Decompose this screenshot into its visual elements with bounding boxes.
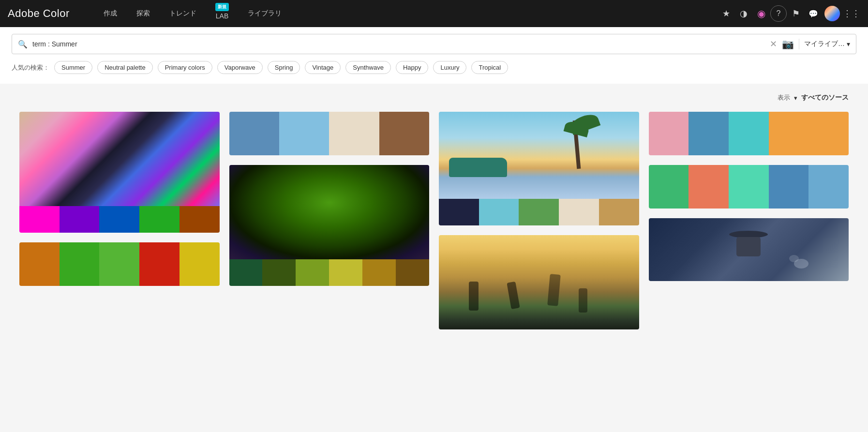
app-header: Adobe Color 作成 探索 トレンド 新規 LAB ライブラリ ★ ◑ …	[0, 0, 868, 27]
grid-item-3[interactable]	[229, 112, 430, 155]
nav-item-explore[interactable]: 探索	[127, 0, 160, 27]
palette-swatches-8	[649, 165, 849, 209]
chat-icon[interactable]: 💬	[805, 5, 822, 22]
view-label: 表示	[778, 93, 790, 102]
swatch-5-1	[439, 199, 479, 225]
nav-lab-badge: 新規	[215, 3, 229, 11]
tag-synthwave[interactable]: Synthwave	[345, 61, 391, 74]
grid-item-6[interactable]	[439, 235, 639, 329]
swatch-4-6	[396, 259, 429, 286]
swatch-2-3	[99, 242, 139, 286]
palette-swatches-1	[19, 206, 220, 233]
nav-item-lab[interactable]: 新規 LAB	[206, 0, 238, 27]
search-divider	[799, 39, 799, 49]
swatch-1-3	[99, 206, 139, 233]
nav-item-trend[interactable]: トレンド	[160, 0, 206, 27]
tag-vintage[interactable]: Vintage	[305, 61, 341, 74]
palette-swatches-7	[649, 112, 849, 155]
color-wheel-icon[interactable]: ◉	[753, 5, 769, 22]
filter-chevron: ▾	[847, 40, 850, 48]
filter-label: マイライブ…	[804, 40, 845, 48]
nav-item-create[interactable]: 作成	[94, 0, 127, 27]
swatch-7-3	[729, 112, 769, 155]
search-filter[interactable]: マイライブ… ▾	[804, 40, 850, 48]
swatch-2-4	[139, 242, 180, 286]
swatch-4-4	[329, 259, 362, 286]
app-logo: Adobe Color	[8, 7, 70, 20]
swatch-8-3	[729, 165, 769, 209]
beach-image	[439, 112, 639, 199]
swatch-1-1	[19, 206, 60, 233]
swatch-5-5	[599, 199, 639, 225]
swatch-4-1	[229, 259, 263, 286]
tag-tropical[interactable]: Tropical	[471, 61, 508, 74]
search-camera-icon[interactable]: 📷	[782, 38, 794, 50]
nav-item-library[interactable]: ライブラリ	[238, 0, 291, 27]
palette-swatches-4	[229, 259, 430, 286]
tag-summer[interactable]: Summer	[54, 61, 92, 74]
swatch-4-3	[296, 259, 329, 286]
swatch-1-2	[60, 206, 100, 233]
grid-item-5[interactable]	[439, 112, 639, 225]
frog-image	[229, 165, 430, 259]
grid-column-2	[229, 112, 430, 329]
main-content: 表示 ▾ すべてのソース	[0, 84, 868, 374]
popular-section: 人気の検索： Summer Neutral palette Primary co…	[0, 54, 868, 84]
grid-item-1[interactable]	[19, 112, 220, 233]
search-bar: 🔍 ✕ 📷 マイライブ… ▾	[12, 34, 856, 54]
content-header: 表示 ▾ すべてのソース	[19, 93, 849, 102]
swatch-7-4	[769, 112, 809, 155]
swatch-8-2	[688, 165, 729, 209]
tag-happy[interactable]: Happy	[396, 61, 429, 74]
alert-icon[interactable]: ⚑	[788, 5, 804, 22]
swatch-3-2	[279, 112, 329, 155]
nav-lab-label: LAB	[216, 12, 228, 20]
swatch-2-2	[60, 242, 100, 286]
search-clear-icon[interactable]: ✕	[770, 40, 777, 48]
tag-spring[interactable]: Spring	[268, 61, 300, 74]
main-nav: 作成 探索 トレンド 新規 LAB ライブラリ	[94, 0, 718, 27]
grid-item-2[interactable]	[19, 242, 220, 286]
swatch-7-1	[649, 112, 689, 155]
source-label: すべてのソース	[801, 93, 849, 102]
grid-item-4[interactable]	[229, 165, 430, 286]
tag-primary-colors[interactable]: Primary colors	[158, 61, 212, 74]
help-icon[interactable]: ?	[770, 5, 787, 22]
swatch-3-4	[379, 112, 429, 155]
swatch-2-1	[19, 242, 60, 286]
palette-swatches-5	[439, 199, 639, 225]
view-arrow[interactable]: ▾	[794, 94, 797, 102]
grid-column-4	[649, 112, 849, 329]
tag-neutral-palette[interactable]: Neutral palette	[97, 61, 153, 74]
swatch-3-1	[229, 112, 279, 155]
swatch-7-2	[688, 112, 729, 155]
swatch-4-5	[362, 259, 396, 286]
grid-item-7[interactable]	[649, 112, 849, 155]
user-avatar[interactable]	[824, 6, 840, 21]
palette-swatches-3	[229, 112, 430, 155]
search-input[interactable]	[32, 40, 765, 48]
grid-column-3	[439, 112, 639, 329]
palette-swatches-2	[19, 242, 220, 286]
people-image	[439, 235, 639, 329]
swatch-1-4	[139, 206, 180, 233]
swatch-2-5	[180, 242, 220, 286]
tag-vaporwave[interactable]: Vaporwave	[217, 61, 263, 74]
man-image	[649, 218, 849, 281]
search-section: 🔍 ✕ 📷 マイライブ… ▾	[0, 27, 868, 54]
swatch-8-5	[808, 165, 849, 209]
favorites-icon[interactable]: ★	[718, 5, 734, 22]
grid-item-9[interactable]	[649, 218, 849, 281]
swatch-8-4	[769, 165, 809, 209]
results-grid	[19, 112, 849, 329]
swatch-4-2	[262, 259, 296, 286]
moon-icon[interactable]: ◑	[735, 5, 752, 22]
swatch-5-4	[559, 199, 599, 225]
tag-luxury[interactable]: Luxury	[433, 61, 466, 74]
grid-menu-icon[interactable]: ⋮⋮	[843, 8, 860, 19]
swatch-5-3	[519, 199, 559, 225]
swatch-1-5	[180, 206, 220, 233]
search-icon: 🔍	[18, 40, 28, 49]
grid-item-8[interactable]	[649, 165, 849, 209]
swatch-7-5	[808, 112, 849, 155]
